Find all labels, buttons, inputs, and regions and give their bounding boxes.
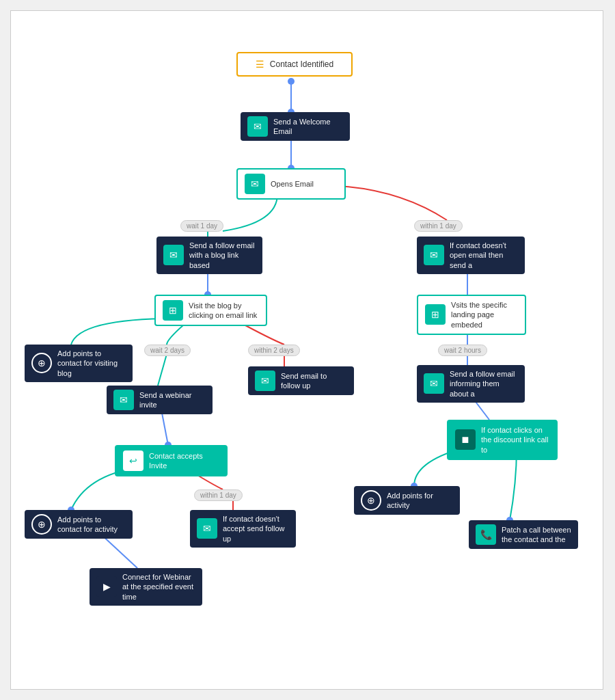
node-contact-identified[interactable]: ☰ Contact Identified: [236, 52, 353, 77]
node-opens-email-label: Opens Email: [271, 179, 314, 189]
phone-icon: 📞: [476, 524, 496, 545]
points-icon: ⊕: [31, 353, 52, 373]
node-visit-blog-label: Visit the blog by clicking on email link: [189, 301, 259, 321]
node-if-discount-click[interactable]: ■ If contact clicks on the discount link…: [447, 420, 558, 460]
discount-icon: ■: [455, 429, 476, 450]
points-activity-left-icon: ⊕: [31, 514, 52, 535]
node-send-email-followup-label: Send email to follow up: [281, 371, 347, 391]
webinar-email-icon: ✉: [113, 390, 134, 410]
svg-line-6: [161, 409, 168, 445]
within-2days: within 2 days: [248, 345, 300, 356]
node-contact-accepts-label: Contact accepts Invite: [149, 451, 219, 471]
node-send-welcome-label: Send a Welcome Email: [273, 117, 343, 137]
node-connect-webinar[interactable]: ▶ Connect for Webinar at the specified e…: [90, 568, 202, 606]
node-add-points-blog-label: Add points to contact for visiting blog: [57, 349, 126, 378]
within-1day-right: within 1 day: [414, 220, 463, 232]
no-open-email-icon: ✉: [424, 245, 444, 265]
points-activity-right-icon: ⊕: [361, 490, 381, 511]
node-send-webinar-invite[interactable]: ✉ Send a webinar invite: [107, 386, 213, 414]
svg-point-13: [288, 78, 295, 85]
node-patch-call[interactable]: 📞 Patch a call between the contact and t…: [469, 520, 578, 549]
node-if-no-open[interactable]: ✉ If contact doesn't open email then sen…: [417, 237, 525, 274]
wait-2days: wait 2 days: [144, 345, 191, 356]
node-add-points-activity-right[interactable]: ⊕ Add points for activity: [354, 486, 460, 515]
node-send-webinar-invite-label: Send a webinar invite: [139, 390, 206, 410]
no-accept-email-icon: ✉: [197, 518, 217, 539]
email-icon: ✉: [247, 116, 268, 137]
within-1day-accept: within 1 day: [194, 489, 243, 501]
list-icon: ☰: [256, 59, 264, 70]
node-send-email-followup[interactable]: ✉ Send email to follow up: [248, 366, 354, 395]
node-visits-landing[interactable]: ⊞ Vsits the specific landing page embede…: [417, 295, 526, 335]
node-add-points-blog[interactable]: ⊕ Add points to contact for visiting blo…: [25, 345, 133, 382]
node-opens-email[interactable]: ✉ Opens Email: [236, 168, 346, 200]
node-if-no-accept-label: If contact doesn't accept send follow up: [223, 514, 289, 543]
node-if-no-open-label: If contact doesn't open email then send …: [450, 241, 518, 270]
webinar-connect-icon: ▶: [96, 576, 117, 597]
email-blog-icon: ✉: [163, 245, 184, 265]
node-contact-accepts[interactable]: ↩ Contact accepts Invite: [115, 445, 228, 476]
wait-2hours: wait 2 hours: [438, 345, 487, 356]
node-if-discount-click-label: If contact clicks on the discount link c…: [481, 425, 549, 455]
node-visits-landing-label: Vsits the specific landing page embeded: [451, 300, 518, 329]
node-connect-webinar-label: Connect for Webinar at the specified eve…: [122, 572, 195, 602]
node-patch-call-label: Patch a call between the contact and the: [502, 525, 571, 545]
workflow-canvas: ☰ Contact Identified ✉ Send a Welcome Em…: [10, 10, 603, 690]
node-send-follow-blog[interactable]: ✉ Send a follow email with a blog link b…: [156, 237, 262, 274]
accept-icon: ↩: [123, 450, 144, 471]
node-add-points-activity-left[interactable]: ⊕ Add points to contact for activity: [25, 510, 133, 539]
node-add-points-activity-left-label: Add points to contact for activity: [57, 515, 126, 535]
node-contact-identified-label: Contact Identified: [270, 59, 333, 69]
landing-page-icon: ⊞: [425, 304, 446, 325]
node-if-no-accept[interactable]: ✉ If contact doesn't accept send follow …: [190, 510, 296, 548]
node-visit-blog[interactable]: ⊞ Visit the blog by clicking on email li…: [154, 295, 267, 326]
followup-email-icon: ✉: [255, 371, 275, 391]
node-send-follow-inform[interactable]: ✉ Send a follow email informing them abo…: [417, 365, 525, 403]
wait-1day-left: wait 1 day: [180, 220, 223, 232]
mail-open-icon: ✉: [245, 174, 265, 194]
node-add-points-activity-right-label: Add points for activity: [387, 491, 453, 511]
svg-line-4: [158, 354, 167, 386]
inform-email-icon: ✉: [424, 373, 444, 394]
node-send-follow-blog-label: Send a follow email with a blog link bas…: [189, 241, 256, 270]
node-send-follow-inform-label: Send a follow email informing them about…: [450, 369, 518, 399]
blog-icon: ⊞: [163, 300, 183, 321]
node-send-welcome[interactable]: ✉ Send a Welcome Email: [241, 112, 350, 141]
